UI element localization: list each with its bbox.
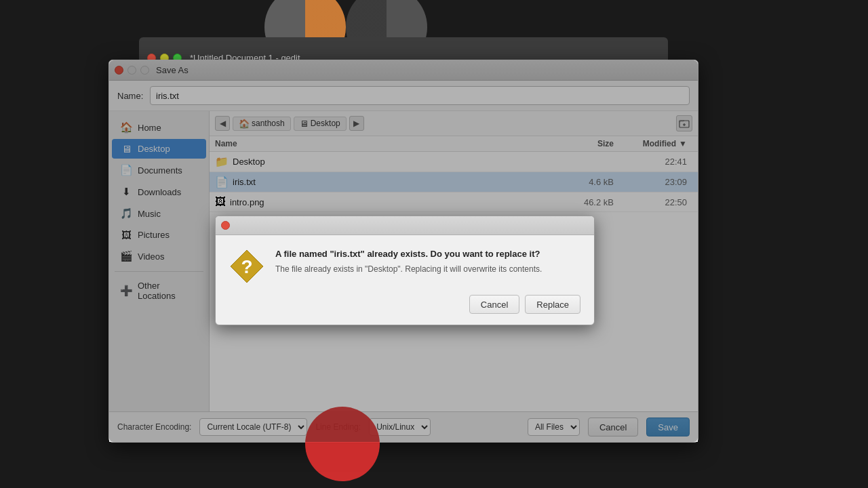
question-icon: ? (229, 249, 264, 284)
confirm-replace-button[interactable]: Replace (525, 295, 580, 314)
svg-text:?: ? (241, 256, 252, 277)
confirm-title: A file named "iris.txt" already exists. … (275, 249, 580, 259)
confirm-text-wrap: A file named "iris.txt" already exists. … (275, 249, 580, 275)
confirm-titlebar (216, 216, 594, 235)
confirm-cancel-button[interactable]: Cancel (469, 295, 519, 314)
confirm-dialog: ? A file named "iris.txt" already exists… (215, 216, 595, 325)
confirm-close-button[interactable] (221, 221, 230, 230)
confirm-body: ? A file named "iris.txt" already exists… (216, 235, 594, 295)
confirm-actions: Cancel Replace (216, 295, 594, 325)
confirm-subtitle: The file already exists in "Desktop". Re… (275, 263, 580, 275)
